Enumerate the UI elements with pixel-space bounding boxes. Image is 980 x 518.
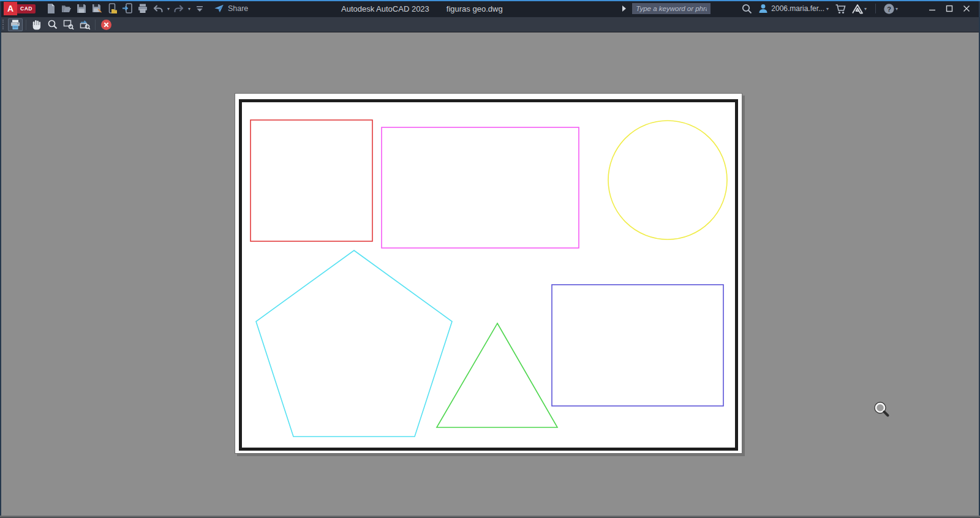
zoom-window-icon [63,19,74,30]
preview-plot-button[interactable] [8,18,23,31]
svg-text:?: ? [887,5,891,12]
open-file-button[interactable] [59,1,74,16]
help-icon: ? [883,3,895,15]
plot-preview-toolbar [0,17,980,32]
window-top-accent [0,0,980,1]
autocad-a-icon: A [4,2,17,15]
close-button[interactable] [958,0,975,17]
help-dropdown-caret: ▾ [894,6,899,12]
open-folder-icon [60,2,72,15]
redo-button[interactable] [172,1,186,16]
plot-button[interactable] [136,1,150,16]
customize-chevron-icon [195,4,205,13]
account-button[interactable]: 2006.maria.fer... ▾ [755,0,832,17]
user-avatar-icon [758,3,769,14]
cart-button[interactable] [832,0,849,17]
search-icon [741,3,753,15]
plot-paper [235,93,742,454]
titlebar-right-cluster: 2006.maria.fer... ▾ ▾ ? ▾ [622,0,980,17]
search-button[interactable] [739,0,755,17]
open-from-web-mobile-button[interactable] [105,1,119,16]
undo-icon [152,4,164,13]
pan-button[interactable] [29,18,44,31]
preview-printer-icon [9,19,21,31]
account-dropdown-caret: ▾ [825,6,830,12]
zoom-previous-icon [79,19,91,30]
toolbar-grip[interactable] [2,20,4,29]
drawing-canvas[interactable] [0,32,980,516]
open-web-mobile-icon [106,2,118,15]
minimize-button[interactable] [924,0,941,17]
plot-border [239,99,738,451]
autocad-cad-badge: CAD [17,4,36,13]
help-button[interactable]: ? ▾ [881,0,902,17]
save-web-mobile-icon [121,2,134,15]
share-label: Share [228,4,248,13]
maximize-icon [946,5,953,12]
close-icon [963,5,970,12]
maximize-button[interactable] [941,0,958,17]
new-file-icon [45,2,57,15]
close-preview-button[interactable] [99,18,113,31]
save-as-button[interactable] [90,1,104,16]
toolbar-separator [26,20,26,30]
undo-button[interactable] [151,1,165,16]
autodesk-logo-icon [851,4,864,14]
window-left-border [0,1,1,516]
share-button[interactable]: Share [213,3,248,14]
titlebar: A CAD ▾ ▾ [0,0,980,17]
customize-quick-access-button[interactable] [193,1,207,16]
app-title: Autodesk AutoCAD 2023 [341,4,429,13]
undo-dropdown-caret[interactable]: ▾ [166,6,171,12]
new-file-button[interactable] [44,1,58,16]
cart-icon [835,3,846,15]
zoom-cursor-icon [873,401,889,417]
save-button[interactable] [75,1,89,16]
redo-dropdown-caret[interactable]: ▾ [187,6,192,12]
minimize-icon [929,5,936,12]
printer-icon [137,2,149,15]
quick-access-toolbar: ▾ ▾ Share [44,1,248,16]
window-title: Autodesk AutoCAD 2023 figuras geo.dwg [341,0,503,17]
username-label: 2006.maria.fer... [771,4,824,13]
search-input[interactable] [632,3,710,14]
close-preview-icon [100,19,112,31]
zoom-realtime-button[interactable] [45,18,60,31]
redo-icon [173,4,185,13]
save-to-web-mobile-button[interactable] [121,1,135,16]
save-as-icon [91,2,103,15]
zoom-window-button[interactable] [61,18,76,31]
titlebar-separator [875,4,876,13]
pan-hand-icon [31,19,42,30]
share-plane-icon [213,3,225,14]
save-icon [75,2,88,15]
autodesk-dropdown-caret: ▾ [863,6,868,12]
autocad-logo[interactable]: A CAD [4,2,36,15]
window-bottom-edge [0,516,980,518]
toolbar-separator [95,20,96,30]
document-name: figuras geo.dwg [447,4,503,13]
search-expand-icon[interactable] [622,6,626,12]
zoom-previous-button[interactable] [77,18,92,31]
zoom-icon [47,19,58,30]
autodesk-menu-button[interactable]: ▾ [849,0,870,17]
